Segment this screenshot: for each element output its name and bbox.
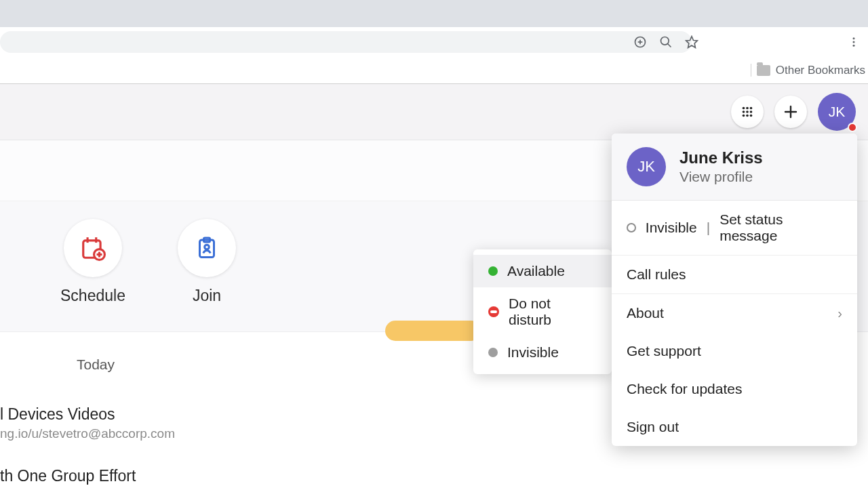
check-updates-item[interactable]: Check for updates [612,370,857,408]
svg-point-16 [746,115,749,117]
status-label: Invisible [507,344,559,361]
svg-point-7 [853,41,855,43]
highlight-pill [385,321,481,341]
zoom-icon[interactable] [659,35,673,49]
svg-line-4 [668,44,671,47]
available-dot-icon [488,266,498,276]
browser-menu-icon[interactable] [848,36,860,48]
divider: | [707,220,710,236]
other-bookmarks-button[interactable]: Other Bookmarks [757,64,865,77]
get-support-item[interactable]: Get support [612,332,857,370]
status-option-dnd[interactable]: Do not disturb [473,287,612,336]
svg-point-10 [746,107,749,110]
svg-marker-5 [686,37,698,48]
join-action[interactable]: Join [163,219,251,305]
divider [751,64,751,77]
current-status[interactable]: Invisible [646,220,697,236]
svg-point-6 [853,37,855,39]
svg-point-9 [743,107,745,110]
menu-label: Check for updates [627,381,742,397]
status-submenu: Available Do not disturb Invisible [473,249,612,374]
dnd-icon [488,306,499,317]
svg-point-14 [750,110,753,113]
profile-avatar-button[interactable]: JK [818,93,856,131]
svg-point-17 [750,115,753,117]
about-item[interactable]: About › [612,293,857,332]
profile-name: June Kriss [679,148,763,167]
schedule-action[interactable]: Schedule [49,219,137,305]
address-bar[interactable] [0,31,692,53]
app-header: JK [0,84,868,140]
invisible-dot-icon [488,348,498,357]
set-status-message[interactable]: Set status message [719,211,842,244]
svg-point-11 [750,107,753,110]
sign-out-item[interactable]: Sign out [612,408,857,446]
svg-point-13 [746,110,749,113]
browser-toolbar [0,27,868,57]
svg-point-28 [205,245,210,249]
svg-point-15 [743,115,745,117]
calendar-plus-icon [80,235,106,261]
svg-point-8 [853,45,855,47]
clipboard-person-icon [195,236,219,260]
bookmark-star-icon[interactable] [685,35,698,49]
join-label: Join [163,287,251,305]
svg-point-3 [661,37,669,45]
status-label: Do not disturb [509,296,597,328]
schedule-label: Schedule [49,287,137,305]
profile-menu: JK June Kriss View profile Invisible | S… [612,134,857,446]
status-option-invisible[interactable]: Invisible [473,336,612,369]
status-option-available[interactable]: Available [473,255,612,287]
menu-label: Sign out [627,419,679,435]
event-title: th One Group Effort [0,467,868,485]
avatar-initials: JK [637,158,655,176]
svg-point-12 [743,110,745,113]
profile-header: JK June Kriss View profile [612,134,857,200]
other-bookmarks-label: Other Bookmarks [776,64,865,77]
bookmarks-bar: Other Bookmarks [0,57,868,84]
profile-status-row: Invisible | Set status message [612,200,857,255]
status-label: Available [507,263,565,279]
status-ring-icon [627,223,636,232]
menu-label: About [627,305,664,321]
menu-label: Call rules [627,266,686,283]
menu-label: Get support [627,343,701,359]
dialpad-button[interactable] [731,96,764,128]
list-item[interactable]: th One Group Effort [0,463,868,488]
today-heading: Today [77,357,115,373]
add-to-circle-icon[interactable] [633,35,647,49]
add-button[interactable] [774,96,807,128]
view-profile-link[interactable]: View profile [679,169,763,185]
status-indicator-icon [848,123,857,132]
call-rules-item[interactable]: Call rules [612,255,857,293]
chevron-right-icon: › [837,306,842,321]
browser-tab-strip [0,0,868,27]
profile-avatar: JK [627,147,666,186]
avatar-initials: JK [829,104,846,120]
folder-icon [757,65,770,76]
